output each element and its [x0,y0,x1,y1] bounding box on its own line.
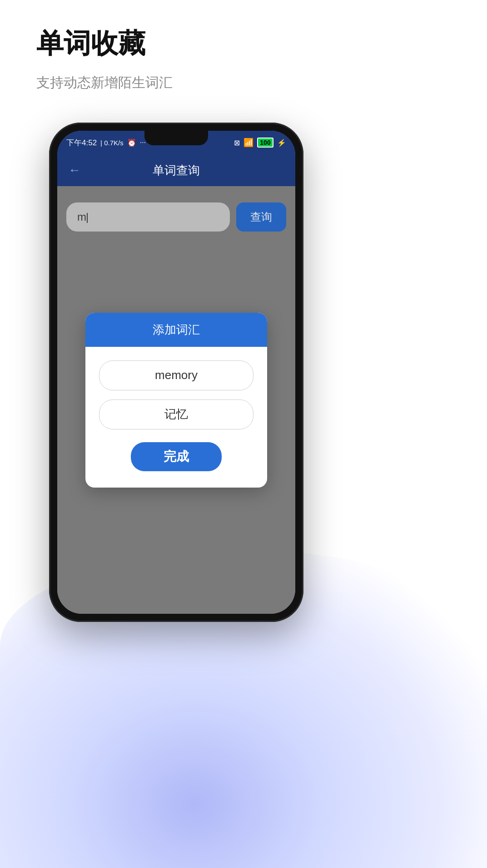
page-title-area: 单词收藏 支持动态新增陌生词汇 [36,27,173,92]
status-right: ⊠ 📶 100 ⚡ [234,138,286,148]
status-time: 下午4:52 [66,138,97,148]
power-button [303,227,303,263]
translation-field-text: 记忆 [164,406,188,422]
battery-charging-icon: ⚡ [277,138,286,147]
phone-notch [144,131,208,145]
status-wifi-icon: 📶 [244,138,253,148]
page-title: 单词收藏 [36,27,173,60]
volume-down-button [49,250,50,277]
phone-screen: 下午4:52 | 0.7K/s ⏰ ··· ⊠ 📶 100 ⚡ ← 单词查询 m [57,131,295,614]
status-network: | 0.7K/s [100,139,124,147]
status-alarm-icon: ⏰ [127,138,136,147]
phone-frame: 下午4:52 | 0.7K/s ⏰ ··· ⊠ 📶 100 ⚡ ← 单词查询 m [49,123,303,622]
done-button[interactable]: 完成 [131,442,222,471]
volume-up-button [49,213,50,241]
page-subtitle: 支持动态新增陌生词汇 [36,74,173,92]
status-screen-icon: ⊠ [234,138,240,147]
nav-title: 单词查询 [88,163,264,178]
dialog-overlay: 添加词汇 memory 记忆 完成 [57,186,295,614]
done-button-label: 完成 [164,448,189,465]
back-button[interactable]: ← [68,163,81,178]
nav-bar: ← 单词查询 [57,154,295,186]
translation-field[interactable]: 记忆 [99,399,253,429]
word-field-text: memory [155,368,198,382]
dialog-box: 添加词汇 memory 记忆 完成 [85,313,267,488]
battery-indicator: 100 [257,138,273,148]
screen-content: m 查询 添加词汇 memory 记忆 [57,186,295,614]
word-field[interactable]: memory [99,360,253,390]
dialog-header: 添加词汇 [85,313,267,347]
dialog-title: 添加词汇 [153,323,200,336]
dialog-body: memory 记忆 完成 [85,347,267,488]
